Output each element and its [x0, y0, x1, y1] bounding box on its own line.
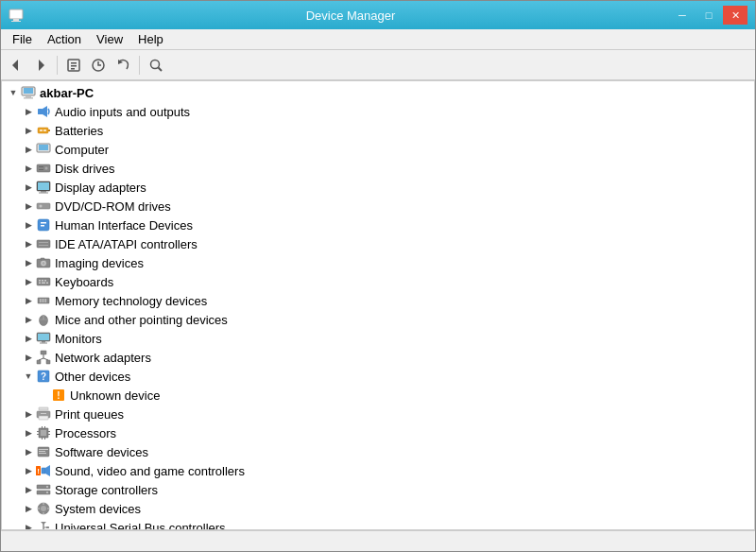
audio-item[interactable]: ▶ Audio inputs and outputs: [2, 102, 754, 121]
hid-item[interactable]: ▶ Human Interface Devices: [2, 216, 754, 234]
monitors-expand[interactable]: ▶: [21, 331, 36, 346]
processors-expand[interactable]: ▶: [21, 425, 36, 440]
back-button[interactable]: [5, 54, 27, 77]
svg-rect-16: [24, 97, 33, 99]
usb-expand[interactable]: ▶: [21, 520, 36, 530]
menu-help[interactable]: Help: [130, 30, 171, 48]
svg-rect-81: [37, 434, 39, 435]
svg-point-43: [43, 262, 45, 265]
system-expand[interactable]: ▶: [21, 501, 36, 516]
forward-button[interactable]: [29, 54, 52, 77]
unknown-device-item[interactable]: ! Unknown device: [2, 386, 754, 405]
svg-rect-1: [13, 19, 19, 21]
toolbar: [1, 50, 755, 80]
toolbar-sep-2: [139, 56, 140, 75]
device-manager-window: Device Manager ─ □ ✕ File Action View He…: [0, 0, 756, 552]
svg-rect-14: [24, 88, 33, 94]
keyboards-label: Keyboards: [55, 275, 113, 289]
device-tree-area[interactable]: ▼ akbar-PC ▶: [1, 80, 755, 530]
network-item[interactable]: ▶ Network adapters: [2, 348, 754, 367]
svg-rect-55: [43, 299, 44, 302]
scan-changes-button[interactable]: [145, 54, 167, 77]
svg-rect-30: [38, 182, 49, 190]
disk-expand[interactable]: ▶: [21, 161, 36, 176]
svg-rect-89: [39, 449, 48, 450]
processors-item[interactable]: ▶ Processors: [2, 423, 754, 442]
svg-rect-46: [39, 280, 41, 282]
keyboards-item[interactable]: ▶ Keyboards: [2, 272, 754, 291]
storage-expand[interactable]: ▶: [21, 482, 36, 497]
memory-expand[interactable]: ▶: [21, 293, 36, 308]
minimize-button[interactable]: ─: [670, 6, 695, 25]
svg-rect-54: [42, 299, 43, 302]
svg-text:?: ?: [41, 371, 46, 382]
display-item[interactable]: ▶ Display adapters: [2, 178, 754, 197]
software-item[interactable]: ▶ Software devices: [2, 442, 754, 461]
window-title: Device Manager: [31, 9, 670, 23]
menu-file[interactable]: File: [5, 30, 40, 48]
ide-expand[interactable]: ▶: [21, 236, 36, 251]
menu-view[interactable]: View: [89, 30, 130, 48]
root-item[interactable]: ▼ akbar-PC: [2, 83, 754, 102]
close-button[interactable]: ✕: [723, 6, 747, 25]
mice-item[interactable]: ▶ Mice and other pointing devices: [2, 310, 754, 329]
hid-expand[interactable]: ▶: [21, 217, 36, 233]
title-bar: Device Manager ─ □ ✕: [1, 1, 755, 29]
software-expand[interactable]: ▶: [21, 444, 36, 459]
root-label: akbar-PC: [40, 86, 94, 100]
sound-expand[interactable]: ▶: [21, 463, 36, 478]
other-expand[interactable]: ▼: [21, 369, 36, 384]
audio-expand[interactable]: ▶: [21, 104, 36, 119]
update-driver-button[interactable]: [87, 54, 110, 77]
menu-bar: File Action View Help: [1, 29, 755, 50]
system-icon: [36, 501, 51, 516]
usb-item[interactable]: ▶ Universal Serial Bus controllers: [2, 518, 754, 530]
svg-rect-53: [40, 299, 41, 302]
svg-rect-33: [37, 203, 50, 209]
dvd-expand[interactable]: ▶: [21, 198, 36, 214]
rollback-button[interactable]: [112, 54, 134, 77]
keyboards-expand[interactable]: ▶: [21, 274, 36, 289]
storage-item[interactable]: ▶ Storage controllers: [2, 480, 754, 499]
dvd-item[interactable]: ▶ DVD/CD-ROM drives: [2, 197, 754, 216]
processors-label: Processors: [55, 426, 116, 440]
svg-rect-31: [41, 191, 46, 193]
disk-item[interactable]: ▶ Disk drives: [2, 159, 754, 178]
computer-item[interactable]: ▶ Computer: [2, 140, 754, 159]
sound-item[interactable]: ▶ ! Sound, video and game controllers: [2, 461, 754, 480]
memory-item[interactable]: ▶ Memory technology devices: [2, 291, 754, 310]
network-expand[interactable]: ▶: [21, 350, 36, 365]
svg-rect-20: [48, 129, 50, 131]
svg-rect-65: [37, 360, 41, 364]
processor-icon: [36, 425, 51, 440]
menu-action[interactable]: Action: [40, 30, 89, 48]
maximize-button[interactable]: □: [696, 6, 721, 25]
imaging-item[interactable]: ▶ Imaging devices: [2, 253, 754, 272]
svg-rect-103: [43, 512, 44, 514]
display-expand[interactable]: ▶: [21, 180, 36, 195]
usb-icon: [36, 520, 51, 530]
print-item[interactable]: ▶ Print queues: [2, 405, 754, 423]
system-item[interactable]: ▶ System devices: [2, 499, 754, 518]
ide-item[interactable]: ▶ IDE ATA/ATAPI controllers: [2, 234, 754, 253]
software-icon: [36, 444, 51, 459]
batteries-item[interactable]: ▶ Batteries: [2, 121, 754, 140]
svg-point-26: [44, 166, 48, 170]
svg-rect-90: [39, 451, 45, 452]
computer-expand[interactable]: ▶: [21, 142, 36, 157]
mice-expand[interactable]: ▶: [21, 312, 36, 327]
imaging-expand[interactable]: ▶: [21, 255, 36, 270]
software-label: Software devices: [55, 445, 148, 459]
memory-label: Memory technology devices: [55, 294, 207, 308]
svg-rect-62: [42, 341, 45, 343]
print-expand[interactable]: ▶: [21, 406, 36, 422]
storage-label: Storage controllers: [55, 483, 158, 497]
root-expand[interactable]: ▼: [6, 85, 21, 100]
storage-icon: [36, 482, 51, 497]
svg-rect-86: [42, 438, 43, 440]
properties-button[interactable]: [62, 54, 85, 77]
other-devices-item[interactable]: ▼ ? Other devices: [2, 367, 754, 386]
svg-rect-8: [71, 68, 75, 70]
batteries-expand[interactable]: ▶: [21, 123, 36, 138]
monitors-item[interactable]: ▶ Monitors: [2, 329, 754, 348]
